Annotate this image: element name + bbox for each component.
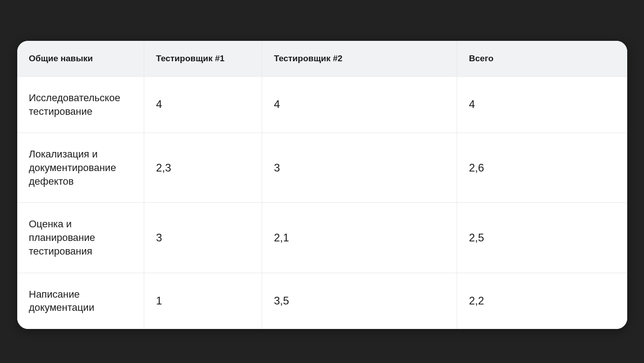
cell-total: 2,2 bbox=[457, 273, 627, 329]
cell-tester1: 2,3 bbox=[144, 133, 262, 203]
skills-table: Общие навыки Тестировщик #1 Тестировщик … bbox=[17, 41, 627, 329]
table-row: Исследовательское тестирование 4 4 4 bbox=[17, 77, 627, 133]
col-header-skill: Общие навыки bbox=[17, 41, 144, 77]
cell-skill: Исследовательское тестирование bbox=[17, 77, 144, 133]
cell-skill: Написание документации bbox=[17, 273, 144, 329]
cell-tester2: 3 bbox=[262, 133, 457, 203]
cell-tester1: 1 bbox=[144, 273, 262, 329]
cell-total: 2,5 bbox=[457, 203, 627, 273]
cell-skill: Локализация и документирование дефектов bbox=[17, 133, 144, 203]
cell-tester2: 2,1 bbox=[262, 203, 457, 273]
cell-tester1: 3 bbox=[144, 203, 262, 273]
table-row: Локализация и документирование дефектов … bbox=[17, 133, 627, 203]
cell-tester1: 4 bbox=[144, 77, 262, 133]
skills-table-container: Общие навыки Тестировщик #1 Тестировщик … bbox=[17, 41, 627, 329]
table-row: Оценка и планирование тестирования 3 2,1… bbox=[17, 203, 627, 273]
cell-tester2: 3,5 bbox=[262, 273, 457, 329]
cell-skill: Оценка и планирование тестирования bbox=[17, 203, 144, 273]
cell-total: 2,6 bbox=[457, 133, 627, 203]
table-header-row: Общие навыки Тестировщик #1 Тестировщик … bbox=[17, 41, 627, 77]
cell-total: 4 bbox=[457, 77, 627, 133]
table-row: Написание документации 1 3,5 2,2 bbox=[17, 273, 627, 329]
col-header-total: Всего bbox=[457, 41, 627, 77]
cell-tester2: 4 bbox=[262, 77, 457, 133]
col-header-tester2: Тестировщик #2 bbox=[262, 41, 457, 77]
col-header-tester1: Тестировщик #1 bbox=[144, 41, 262, 77]
